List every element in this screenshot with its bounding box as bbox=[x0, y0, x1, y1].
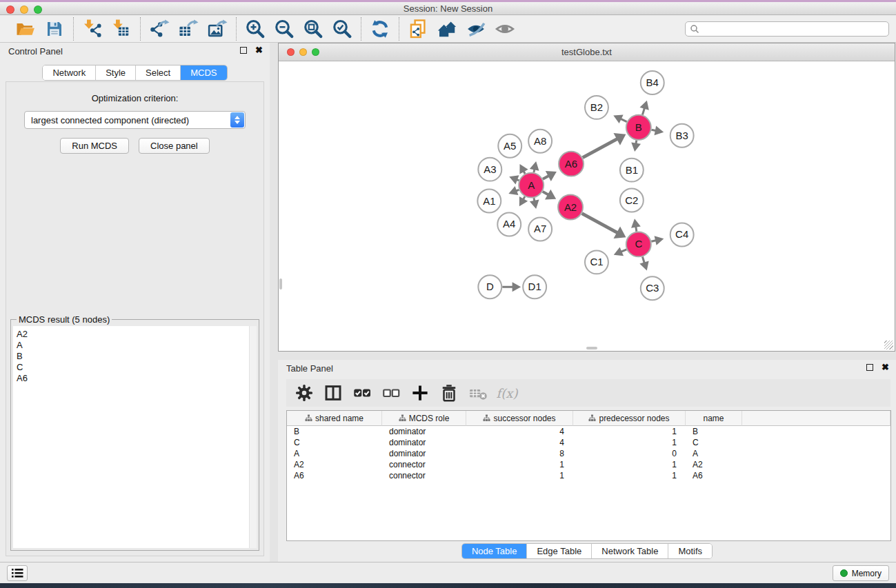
export-image-icon[interactable] bbox=[205, 17, 230, 41]
toolbar-group bbox=[361, 17, 399, 41]
table-tab-motifs[interactable]: Motifs bbox=[668, 544, 712, 558]
run-mcds-button[interactable]: Run MCDS bbox=[60, 138, 129, 154]
zoom-in-icon[interactable] bbox=[243, 17, 268, 41]
mcds-tab-content: Optimization criterion: largest connecte… bbox=[6, 81, 264, 556]
task-history-button[interactable] bbox=[7, 565, 28, 581]
optimization-criterion-value: largest connected component (directed) bbox=[31, 115, 189, 125]
column-header-name[interactable]: name bbox=[686, 411, 742, 426]
table-tab-network-table[interactable]: Network Table bbox=[591, 544, 668, 558]
home-icon[interactable] bbox=[435, 17, 459, 41]
delete-columns-icon[interactable] bbox=[438, 383, 460, 403]
hide-visual-properties-icon[interactable] bbox=[464, 17, 488, 41]
table-cell[interactable]: dominator bbox=[382, 426, 466, 437]
column-header-successor-nodes[interactable]: successor nodes bbox=[466, 411, 573, 426]
table-cell[interactable]: A6 bbox=[686, 470, 742, 481]
close-panel-icon[interactable]: ✖ bbox=[255, 47, 263, 54]
float-panel-icon[interactable] bbox=[240, 47, 247, 54]
tab-network[interactable]: Network bbox=[43, 65, 95, 80]
node-label-A6: A6 bbox=[565, 158, 577, 170]
refresh-icon[interactable] bbox=[368, 17, 392, 41]
table-cell[interactable]: A2 bbox=[287, 459, 382, 470]
table-cell[interactable]: connector bbox=[382, 470, 466, 481]
zoom-selected-icon[interactable] bbox=[330, 17, 355, 41]
column-header-predecessor-nodes[interactable]: predecessor nodes bbox=[573, 411, 686, 426]
table-cell[interactable]: 1 bbox=[466, 459, 573, 470]
table-cell[interactable]: B bbox=[686, 426, 742, 437]
optimization-criterion-select[interactable]: largest connected component (directed) bbox=[24, 111, 246, 129]
node-table[interactable]: shared nameMCDS rolesuccessor nodesprede… bbox=[286, 410, 891, 541]
table-settings-icon[interactable] bbox=[293, 383, 315, 403]
result-scrollbar[interactable] bbox=[249, 326, 257, 548]
tab-style[interactable]: Style bbox=[95, 65, 135, 80]
import-table-icon[interactable] bbox=[109, 17, 134, 41]
tab-mcds[interactable]: MCDS bbox=[180, 65, 226, 80]
mcds-result-fieldset: MCDS result (5 nodes) A2ABCA6 bbox=[10, 314, 259, 551]
network-canvas[interactable]: B4B2BB3A8A5A6A3B1AC2A1A2A4A7C4CC1C3DD1 bbox=[279, 61, 894, 351]
show-graphics-details-icon[interactable] bbox=[492, 17, 517, 41]
network-horizontal-scrollbar[interactable] bbox=[586, 347, 597, 349]
network-vertical-scrollbar[interactable] bbox=[279, 278, 282, 290]
window-resize-grip[interactable] bbox=[884, 341, 893, 349]
session-title: Session: New Session bbox=[0, 3, 896, 14]
table-cell[interactable]: A bbox=[287, 448, 382, 459]
export-network-icon[interactable] bbox=[147, 17, 172, 41]
table-cell[interactable]: 1 bbox=[573, 426, 686, 437]
memory-button[interactable]: Memory bbox=[833, 565, 889, 581]
table-cell[interactable]: 8 bbox=[466, 448, 573, 459]
edge-A6-B[interactable] bbox=[583, 139, 618, 158]
float-table-panel-icon[interactable] bbox=[866, 364, 873, 371]
table-cell[interactable]: 1 bbox=[466, 470, 573, 481]
node-label-A2: A2 bbox=[564, 201, 577, 213]
table-cell[interactable]: 1 bbox=[573, 459, 686, 470]
edge-A2-C[interactable] bbox=[582, 214, 618, 234]
import-network-icon[interactable] bbox=[80, 17, 105, 41]
table-cell[interactable]: 4 bbox=[466, 426, 573, 437]
export-table-icon[interactable] bbox=[176, 17, 201, 41]
node-label-A1: A1 bbox=[483, 195, 495, 207]
column-header-shared-name[interactable]: shared name bbox=[287, 411, 382, 426]
mcds-result-title: MCDS result (5 nodes) bbox=[17, 314, 112, 325]
search-box[interactable] bbox=[685, 21, 889, 37]
table-cell[interactable]: A2 bbox=[686, 459, 742, 470]
control-panel-tabs: NetworkStyleSelectMCDS bbox=[0, 65, 270, 81]
mcds-result-item[interactable]: A bbox=[13, 340, 257, 351]
table-tab-edge-table[interactable]: Edge Table bbox=[526, 544, 591, 558]
table-cell[interactable]: 1 bbox=[573, 470, 686, 481]
node-label-A3: A3 bbox=[484, 163, 496, 175]
table-cell[interactable]: connector bbox=[382, 459, 466, 470]
zoom-out-icon[interactable] bbox=[272, 17, 297, 41]
table-cell[interactable]: 1 bbox=[573, 437, 686, 448]
duplicate-network-icon[interactable] bbox=[406, 17, 430, 41]
close-panel-button[interactable]: Close panel bbox=[139, 138, 210, 154]
table-tab-node-table[interactable]: Node Table bbox=[462, 544, 527, 558]
table-cell[interactable]: dominator bbox=[382, 437, 466, 448]
unselect-all-icon[interactable] bbox=[380, 383, 402, 403]
tab-select[interactable]: Select bbox=[135, 65, 180, 80]
table-cell[interactable]: 0 bbox=[573, 448, 686, 459]
save-session-icon[interactable] bbox=[42, 17, 67, 41]
table-cell[interactable]: B bbox=[287, 426, 382, 437]
mcds-result-item[interactable]: B bbox=[13, 351, 257, 362]
network-window-titlebar[interactable]: testGlobe.txt bbox=[279, 43, 895, 61]
table-cell[interactable]: C bbox=[686, 437, 742, 448]
close-table-panel-icon[interactable]: ✖ bbox=[882, 364, 889, 371]
table-cell[interactable]: dominator bbox=[382, 448, 466, 459]
select-all-icon[interactable] bbox=[351, 383, 373, 403]
column-view-icon[interactable] bbox=[322, 383, 344, 403]
open-file-icon[interactable] bbox=[13, 17, 38, 41]
mcds-result-item[interactable]: A6 bbox=[13, 373, 257, 384]
node-label-C4: C4 bbox=[675, 228, 688, 240]
table-cell[interactable]: C bbox=[287, 437, 382, 448]
zoom-fit-icon[interactable] bbox=[301, 17, 326, 41]
search-input[interactable] bbox=[702, 24, 884, 34]
table-cell[interactable]: A bbox=[686, 448, 742, 459]
control-panel-header: Control Panel ✖ bbox=[0, 43, 270, 61]
table-cell[interactable]: A6 bbox=[287, 470, 382, 481]
mcds-result-item[interactable]: C bbox=[13, 362, 257, 373]
column-header-MCDS-role[interactable]: MCDS role bbox=[382, 411, 466, 426]
add-column-icon[interactable] bbox=[409, 383, 431, 403]
mcds-result-list[interactable]: A2ABCA6 bbox=[13, 326, 257, 548]
mcds-result-item[interactable]: A2 bbox=[13, 326, 257, 340]
table-cell[interactable]: 4 bbox=[466, 437, 573, 448]
toolbar-group bbox=[236, 17, 361, 41]
